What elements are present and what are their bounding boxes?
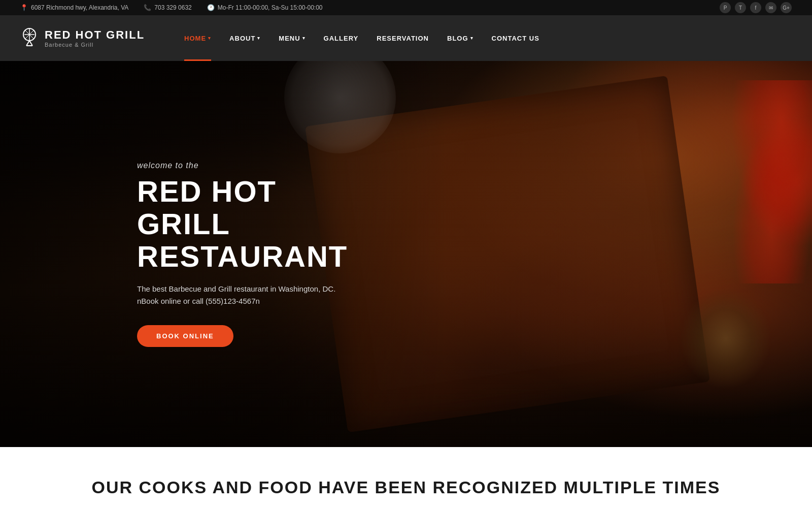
facebook-icon[interactable]: f xyxy=(750,2,761,13)
logo-text: RED HOT GRILL Barbecue & Grill xyxy=(45,28,145,48)
nav-blog[interactable]: BLOG ▾ xyxy=(438,15,483,61)
hours-info: 🕐 Mo-Fr 11:00-00:00, Sa-Su 15:00-00:00 xyxy=(207,4,323,11)
header: RED HOT GRILL Barbecue & Grill HOME ▾ AB… xyxy=(0,15,812,61)
book-online-button[interactable]: BOOK ONLINE xyxy=(137,325,233,347)
hero-content: welcome to the RED HOT GRILL RESTAURANT … xyxy=(0,161,355,346)
hero-title: RED HOT GRILL RESTAURANT xyxy=(137,175,355,272)
hero-section: welcome to the RED HOT GRILL RESTAURANT … xyxy=(0,61,812,447)
logo-subtitle: Barbecue & Grill xyxy=(45,42,145,48)
google-plus-icon[interactable]: G+ xyxy=(781,2,792,13)
nav-about[interactable]: ABOUT ▾ xyxy=(220,15,269,61)
svg-line-5 xyxy=(26,41,29,46)
nav-menu[interactable]: MENU ▾ xyxy=(269,15,314,61)
top-bar: 📍 6087 Richmond hwy, Alexandria, VA 📞 70… xyxy=(0,0,812,15)
svg-line-6 xyxy=(29,41,32,46)
clock-icon: 🕐 xyxy=(207,4,215,11)
twitter-icon[interactable]: T xyxy=(735,2,746,13)
nav-contact[interactable]: CONTACT US xyxy=(483,15,549,61)
logo-icon xyxy=(20,26,39,50)
hours-text: Mo-Fr 11:00-00:00, Sa-Su 15:00-00:00 xyxy=(218,4,323,11)
recognition-section: OUR COOKS AND FOOD HAVE BEEN RECOGNIZED … xyxy=(0,447,812,508)
address-text: 6087 Richmond hwy, Alexandria, VA xyxy=(31,4,128,11)
logo[interactable]: RED HOT GRILL Barbecue & Grill xyxy=(20,26,145,50)
email-icon[interactable]: ✉ xyxy=(765,2,776,13)
blog-dropdown-arrow: ▾ xyxy=(470,36,473,41)
hero-description: The best Barbecue and Grill restaurant i… xyxy=(137,283,355,307)
address-info: 📍 6087 Richmond hwy, Alexandria, VA xyxy=(20,4,128,11)
recognition-title: OUR COOKS AND FOOD HAVE BEEN RECOGNIZED … xyxy=(20,478,792,497)
about-dropdown-arrow: ▾ xyxy=(257,36,260,41)
nav-gallery[interactable]: GALLERY xyxy=(315,15,368,61)
nav-reservation[interactable]: RESERVATION xyxy=(367,15,438,61)
pinterest-icon[interactable]: P xyxy=(720,2,731,13)
top-bar-left: 📍 6087 Richmond hwy, Alexandria, VA 📞 70… xyxy=(20,4,323,11)
hero-welcome-text: welcome to the xyxy=(137,161,355,170)
phone-info: 📞 703 329 0632 xyxy=(144,4,191,11)
social-icons: P T f ✉ G+ xyxy=(720,2,792,13)
phone-text: 703 329 0632 xyxy=(154,4,191,11)
main-nav: HOME ▾ ABOUT ▾ MENU ▾ GALLERY RESERVATIO… xyxy=(175,15,792,61)
logo-name: RED HOT GRILL xyxy=(45,28,145,42)
menu-dropdown-arrow: ▾ xyxy=(302,36,306,41)
home-dropdown-arrow: ▾ xyxy=(208,36,211,41)
nav-home[interactable]: HOME ▾ xyxy=(175,15,220,61)
phone-icon: 📞 xyxy=(144,4,151,11)
location-icon: 📍 xyxy=(20,4,28,11)
